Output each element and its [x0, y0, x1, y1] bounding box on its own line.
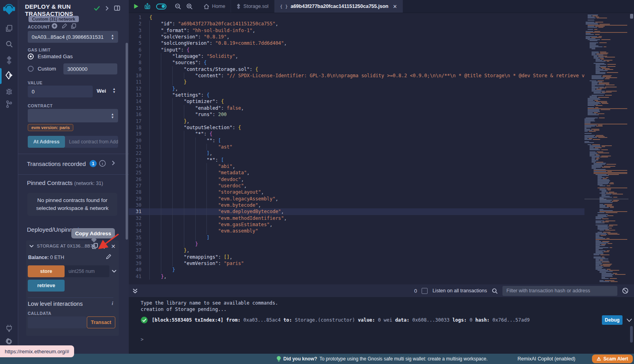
pin-panel-icon[interactable]	[114, 6, 120, 11]
code-line[interactable]: 21"ast"	[129, 144, 584, 150]
terminal-scrollbar[interactable]	[630, 326, 633, 343]
code-line[interactable]: 31"evm.deployedBytecode",	[129, 208, 584, 215]
editor-scrollbar[interactable]	[630, 14, 633, 19]
transaction-log-row[interactable]: [block:5583405 txIndex:4] from: 0xa03...…	[141, 315, 632, 325]
listen-checkbox[interactable]	[422, 288, 428, 294]
code-line[interactable]: 12},	[129, 86, 584, 92]
code-line[interactable]: 38"remappings": [],	[129, 254, 584, 260]
code-line[interactable]: 27"userdoc",	[129, 183, 584, 189]
expand-tx-icon[interactable]	[626, 318, 632, 322]
code-line[interactable]: 20"": [	[129, 137, 584, 144]
transact-button[interactable]: Transact	[87, 316, 115, 328]
tab-home[interactable]: Home	[198, 0, 231, 13]
edit-balance-icon[interactable]	[105, 254, 111, 260]
code-line[interactable]: 35]	[129, 234, 584, 241]
copilot-toggle[interactable]	[156, 4, 166, 10]
deploy-run-icon[interactable]	[0, 71, 18, 81]
code-line[interactable]: 41},	[129, 273, 584, 280]
filter-input[interactable]	[502, 286, 617, 296]
solidity-compiler-icon[interactable]	[0, 55, 18, 65]
plugin-manager-icon[interactable]	[0, 323, 18, 333]
code-line[interactable]: 39"evmVersion": "paris"	[129, 260, 584, 267]
close-tab-icon[interactable]: ✕	[393, 4, 397, 10]
code-line[interactable]: 11}	[129, 79, 584, 85]
calldata-input[interactable]	[28, 316, 86, 328]
at-address-input[interactable]: Load contract from Addre	[65, 136, 118, 148]
terminal-prompt[interactable]: >	[141, 337, 143, 342]
code-line[interactable]: 1{	[129, 14, 584, 21]
code-line[interactable]: 7"language": "Solidity",	[129, 53, 584, 59]
transactions-expand-icon[interactable]	[112, 160, 115, 166]
code-line[interactable]: 9"contracts/Storage.sol": {	[129, 66, 584, 72]
code-line[interactable]: 17},	[129, 118, 584, 124]
zoom-in-icon[interactable]	[186, 3, 193, 10]
store-input[interactable]: uint256 num	[65, 265, 109, 277]
search-icon[interactable]	[0, 40, 18, 48]
code-line[interactable]: 28"storageLayout",	[129, 189, 584, 195]
code-line[interactable]: 23"*": [	[129, 157, 584, 163]
terminal-search-icon[interactable]	[492, 288, 498, 294]
code-line[interactable]: 30"evm.bytecode",	[129, 202, 584, 208]
account-select[interactable]: 0xA03...85ac4 (0.39866531531 ▲▼	[28, 31, 118, 43]
contract-collapse-icon[interactable]	[29, 245, 34, 248]
custom-gas-radio[interactable]	[28, 66, 34, 72]
code-line[interactable]: 13"settings": {	[129, 92, 584, 98]
run-script-icon[interactable]	[134, 4, 139, 9]
remixai-robot-icon[interactable]	[144, 3, 151, 10]
value-input[interactable]: 0	[28, 86, 93, 97]
remix-logo-icon[interactable]	[0, 2, 18, 16]
low-level-info-icon[interactable]: i	[112, 300, 113, 307]
transactions-info-icon[interactable]	[99, 160, 106, 167]
expand-terminal-icon[interactable]	[133, 288, 137, 293]
code-line[interactable]: 4"solcVersion": "0.8.19",	[129, 34, 584, 40]
code-line[interactable]: 24"abi",	[129, 163, 584, 170]
add-account-icon[interactable]	[52, 23, 57, 29]
code-line[interactable]: 15"enabled": false,	[129, 105, 584, 111]
custom-gas-input[interactable]: 3000000	[63, 63, 117, 74]
contract-select[interactable]: ▲▼	[28, 109, 118, 122]
code-line[interactable]: 2"id": "a69b43f277ba20fcac141151250ca755…	[129, 21, 584, 27]
code-line[interactable]: 8"sources": {	[129, 59, 584, 66]
file-explorer-icon[interactable]	[0, 24, 18, 33]
chevron-right-icon[interactable]	[105, 6, 109, 11]
code-line[interactable]: 3"_format": "hh-sol-build-info-1",	[129, 27, 584, 34]
code-line[interactable]: 26"devdoc",	[129, 176, 584, 183]
contract-stepper[interactable]: ▲▼	[111, 113, 114, 119]
code-line[interactable]: 5"solcLongVersion": "0.8.19+commit.7dd6d…	[129, 40, 584, 46]
code-line[interactable]: 29"evm.legacyAssembly",	[129, 196, 584, 202]
code-line[interactable]: 40}	[129, 267, 584, 273]
retrieve-button[interactable]: retrieve	[28, 280, 65, 292]
code-line[interactable]: 25"metadata",	[129, 170, 584, 176]
code-line[interactable]: 36}	[129, 241, 584, 247]
code-line[interactable]: 18"outputSelection": {	[129, 124, 584, 131]
value-unit-stepper[interactable]: ▲▼	[113, 88, 116, 93]
code-line[interactable]: 14"optimizer": {	[129, 98, 584, 105]
code-line[interactable]: 33"evm.gasEstimates",	[129, 221, 584, 228]
code-line[interactable]: 16"runs": 200	[129, 111, 584, 118]
code-line[interactable]: 32"evm.methodIdentifiers",	[129, 215, 584, 221]
code-line[interactable]: 6"input": {	[129, 47, 584, 53]
code-line[interactable]: 19"*": {	[129, 131, 584, 137]
debugger-icon[interactable]	[0, 86, 18, 96]
zoom-out-icon[interactable]	[175, 3, 181, 10]
edit-account-icon[interactable]	[61, 23, 67, 29]
store-button[interactable]: store	[28, 265, 65, 277]
panel-scrollbar[interactable]	[126, 43, 128, 240]
tab-storage-sol[interactable]: Storage.sol	[231, 0, 274, 13]
code-line[interactable]: 22],	[129, 150, 584, 156]
copy-account-icon[interactable]	[71, 23, 76, 29]
scam-alert-button[interactable]: ⚠ Scam Alert	[592, 354, 633, 363]
clear-console-icon[interactable]	[622, 288, 628, 294]
account-stepper[interactable]: ▲▼	[111, 34, 114, 40]
code-line[interactable]: 37},	[129, 247, 584, 253]
git-icon[interactable]	[0, 99, 18, 109]
tab-json-active[interactable]: { } a69b43f277ba20fcac141151250ca755.jso…	[275, 0, 403, 13]
at-address-button[interactable]: At Address	[28, 136, 65, 148]
code-editor[interactable]: 1{2"id": "a69b43f277ba20fcac141151250ca7…	[129, 13, 584, 284]
minimap[interactable]	[584, 13, 628, 284]
code-line[interactable]: 10"content": "// SPDX-License-Identifier…	[129, 72, 584, 79]
settings-gear-icon[interactable]	[0, 337, 18, 346]
estimated-gas-radio[interactable]	[28, 53, 34, 59]
debug-button[interactable]: Debug	[602, 315, 623, 325]
code-line[interactable]: 34"evm.assembly"	[129, 228, 584, 234]
